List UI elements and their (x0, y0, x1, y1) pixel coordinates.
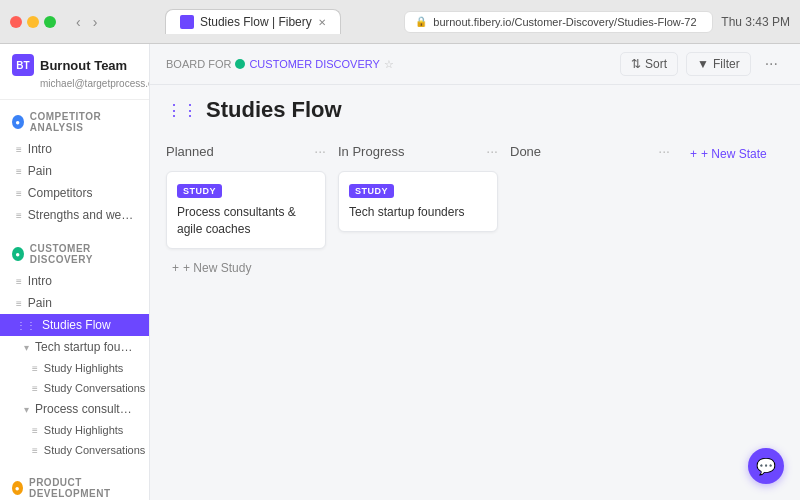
board: Planned ··· STUDY Process consultants & … (150, 131, 800, 500)
sidebar-item-studies-flow[interactable]: ⋮⋮ Studies Flow (0, 314, 149, 336)
sidebar-item-label: Study Conversations (44, 444, 146, 456)
column-dots-done[interactable]: ··· (658, 143, 670, 159)
board-icon: ⋮⋮ (16, 320, 36, 331)
sidebar-item-strengths[interactable]: ≡ Strengths and weaknesses (0, 204, 149, 226)
product-development-label: PRODUCT DEVELOPMENT (29, 477, 137, 499)
grid-icon: ≡ (16, 188, 22, 199)
browser-tab[interactable]: Studies Flow | Fibery ✕ (165, 9, 341, 34)
minimize-window-button[interactable] (27, 16, 39, 28)
sidebar-item-label: Studies Flow (42, 318, 111, 332)
sidebar-item-pain-2[interactable]: ≡ Pain (0, 292, 149, 314)
sidebar-item-label: Process consultants & agile c... (35, 402, 137, 416)
browser-navigation: ‹ › (72, 12, 101, 32)
sidebar-item-process-consultants[interactable]: ▾ Process consultants & agile c... (0, 398, 149, 420)
sidebar-item-label: Strengths and weaknesses (28, 208, 137, 222)
grid-icon: ≡ (32, 363, 38, 374)
card-tag: STUDY (349, 184, 394, 198)
add-state-container: + + New State (682, 139, 775, 492)
team-name[interactable]: BT Burnout Team (12, 54, 137, 76)
column-done: Done ··· (510, 139, 670, 492)
sidebar-item-pain-1[interactable]: ≡ Pain (0, 160, 149, 182)
competitor-analysis-header: ● COMPETITOR ANALYSIS (0, 106, 149, 138)
column-title-done: Done (510, 144, 541, 159)
grid-icon: ≡ (16, 276, 22, 287)
card-tag: STUDY (177, 184, 222, 198)
sidebar-item-label: Competitors (28, 186, 93, 200)
section-dot-icon (235, 59, 245, 69)
star-icon[interactable]: ☆ (384, 58, 394, 71)
new-study-button-planned[interactable]: + + New Study (166, 257, 326, 279)
team-avatar: BT (12, 54, 34, 76)
grid-icon: ≡ (16, 298, 22, 309)
maximize-window-button[interactable] (44, 16, 56, 28)
sidebar-item-study-highlights-2[interactable]: ≡ Study Highlights (0, 420, 149, 440)
page-title-bar: ⋮⋮ Studies Flow (150, 85, 800, 131)
product-development-icon: ● (12, 481, 23, 495)
breadcrumb: BOARD FOR CUSTOMER DISCOVERY ☆ (166, 58, 394, 71)
column-header-planned: Planned ··· (166, 139, 326, 163)
grid-icon: ≡ (16, 144, 22, 155)
section-link[interactable]: CUSTOMER DISCOVERY (235, 58, 379, 70)
filter-icon: ▼ (697, 57, 709, 71)
sidebar-item-study-conversations-2[interactable]: ≡ Study Conversations (0, 440, 149, 460)
card-process-consultants[interactable]: STUDY Process consultants & agile coache… (166, 171, 326, 249)
card-tech-startup[interactable]: STUDY Tech startup founders (338, 171, 498, 232)
column-header-done: Done ··· (510, 139, 670, 163)
close-window-button[interactable] (10, 16, 22, 28)
column-header-in-progress: In Progress ··· (338, 139, 498, 163)
grid-icon: ≡ (32, 425, 38, 436)
grid-icon: ≡ (16, 166, 22, 177)
sidebar-item-label: Pain (28, 164, 52, 178)
sidebar-item-label: Study Highlights (44, 362, 124, 374)
grid-icon: ≡ (32, 445, 38, 456)
sidebar-item-study-highlights-1[interactable]: ≡ Study Highlights (0, 358, 149, 378)
plus-icon: + (172, 261, 179, 275)
lock-icon: 🔒 (415, 16, 427, 27)
chat-bubble-button[interactable]: 💬 (748, 448, 784, 484)
sidebar-item-label: Tech startup founders (35, 340, 137, 354)
filter-button[interactable]: ▼ Filter (686, 52, 751, 76)
column-in-progress: In Progress ··· STUDY Tech startup found… (338, 139, 498, 492)
sidebar-header: BT Burnout Team michael@targetprocess.co… (0, 44, 149, 100)
sidebar-item-study-conversations-1[interactable]: ≡ Study Conversations (0, 378, 149, 398)
add-state-button[interactable]: + + New State (682, 143, 775, 165)
top-bar-actions: ⇅ Sort ▼ Filter ··· (620, 52, 784, 76)
tab-title: Studies Flow | Fibery (200, 15, 312, 29)
sidebar-item-competitors[interactable]: ≡ Competitors (0, 182, 149, 204)
tab-close-button[interactable]: ✕ (318, 17, 326, 28)
user-email: michael@targetprocess.com (12, 78, 137, 89)
column-planned: Planned ··· STUDY Process consultants & … (166, 139, 326, 492)
customer-discovery-header: ● CUSTOMER DISCOVERY (0, 238, 149, 270)
address-bar[interactable]: 🔒 burnout.fibery.io/Customer-Discovery/S… (404, 11, 713, 33)
card-title: Process consultants & agile coaches (177, 204, 315, 238)
browser-chrome: ‹ › Studies Flow | Fibery ✕ 🔒 burnout.fi… (0, 0, 800, 44)
column-dots-planned[interactable]: ··· (314, 143, 326, 159)
card-title: Tech startup founders (349, 204, 487, 221)
column-title-in-progress: In Progress (338, 144, 404, 159)
sidebar-item-intro-2[interactable]: ≡ Intro (0, 270, 149, 292)
tab-favicon (180, 15, 194, 29)
column-dots-in-progress[interactable]: ··· (486, 143, 498, 159)
sidebar-section-competitor-analysis: ● COMPETITOR ANALYSIS ≡ Intro ≡ Pain ≡ C… (0, 100, 149, 232)
sort-icon: ⇅ (631, 57, 641, 71)
sidebar-section-product-development: ● PRODUCT DEVELOPMENT ≡ Intro ≡ Pain ◎ J… (0, 466, 149, 500)
section-link-label: CUSTOMER DISCOVERY (249, 58, 379, 70)
column-title-planned: Planned (166, 144, 214, 159)
customer-discovery-icon: ● (12, 247, 24, 261)
chevron-down-icon: ▾ (24, 342, 29, 353)
grid-icon: ≡ (32, 383, 38, 394)
back-button[interactable]: ‹ (72, 12, 85, 32)
browser-window-controls (10, 16, 56, 28)
product-development-header: ● PRODUCT DEVELOPMENT (0, 472, 149, 500)
sort-button[interactable]: ⇅ Sort (620, 52, 678, 76)
sidebar-item-tech-startup[interactable]: ▾ Tech startup founders (0, 336, 149, 358)
plus-icon: + (690, 147, 697, 161)
forward-button[interactable]: › (89, 12, 102, 32)
more-options-button[interactable]: ··· (759, 53, 784, 75)
main-content: BOARD FOR CUSTOMER DISCOVERY ☆ ⇅ Sort ▼ … (150, 44, 800, 500)
sidebar-section-customer-discovery: ● CUSTOMER DISCOVERY ≡ Intro ≡ Pain ⋮⋮ S… (0, 232, 149, 466)
sidebar-item-intro-1[interactable]: ≡ Intro (0, 138, 149, 160)
board-for-label: BOARD FOR (166, 58, 231, 70)
top-bar: BOARD FOR CUSTOMER DISCOVERY ☆ ⇅ Sort ▼ … (150, 44, 800, 85)
chat-icon: 💬 (756, 457, 776, 476)
